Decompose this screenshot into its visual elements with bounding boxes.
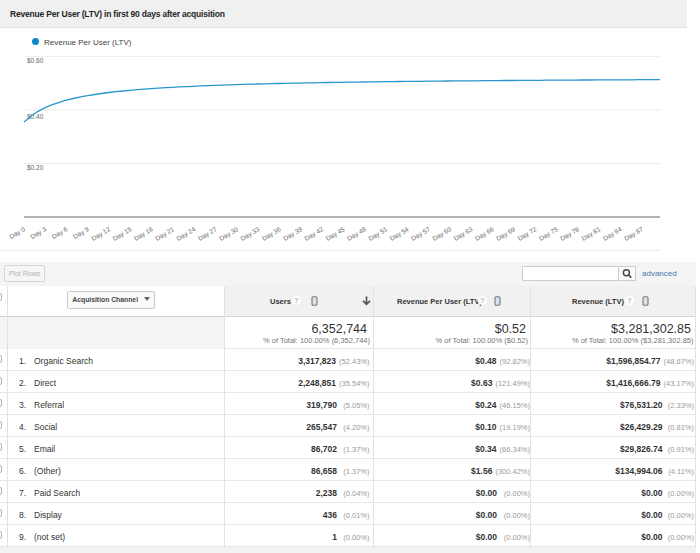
svg-text:Day 84: Day 84: [602, 225, 624, 243]
svg-text:Day 24: Day 24: [175, 225, 197, 243]
svg-text:Day 78: Day 78: [559, 225, 581, 243]
svg-text:Day 6: Day 6: [50, 225, 69, 241]
svg-text:Day 36: Day 36: [261, 225, 283, 243]
svg-text:Day 33: Day 33: [239, 225, 261, 243]
svg-text:Day 42: Day 42: [303, 225, 325, 243]
svg-text:Day 9: Day 9: [72, 225, 91, 241]
svg-text:Day 21: Day 21: [154, 225, 176, 243]
svg-text:Day 3: Day 3: [29, 225, 48, 241]
svg-text:Day 69: Day 69: [495, 225, 517, 243]
svg-text:Day 81: Day 81: [580, 225, 602, 243]
svg-text:Day 75: Day 75: [538, 225, 560, 243]
svg-text:Day 66: Day 66: [474, 225, 496, 243]
svg-text:Day 0: Day 0: [8, 225, 27, 241]
svg-text:Day 27: Day 27: [197, 225, 219, 243]
svg-text:Day 54: Day 54: [388, 225, 410, 243]
svg-text:Day 30: Day 30: [218, 225, 240, 243]
svg-text:Day 45: Day 45: [324, 225, 346, 243]
svg-text:Day 57: Day 57: [410, 225, 432, 243]
svg-text:Day 63: Day 63: [452, 225, 474, 243]
svg-text:Day 60: Day 60: [431, 225, 453, 243]
svg-text:Day 72: Day 72: [516, 225, 538, 243]
svg-text:Day 39: Day 39: [282, 225, 304, 243]
svg-text:$0.20: $0.20: [27, 164, 44, 171]
svg-text:Day 15: Day 15: [111, 225, 133, 243]
svg-text:Day 51: Day 51: [367, 225, 389, 243]
svg-text:Day 18: Day 18: [133, 225, 155, 243]
svg-text:$0.60: $0.60: [27, 57, 44, 64]
svg-text:Day 48: Day 48: [346, 225, 368, 243]
svg-text:Day 87: Day 87: [623, 225, 645, 243]
svg-text:Day 12: Day 12: [90, 225, 112, 243]
